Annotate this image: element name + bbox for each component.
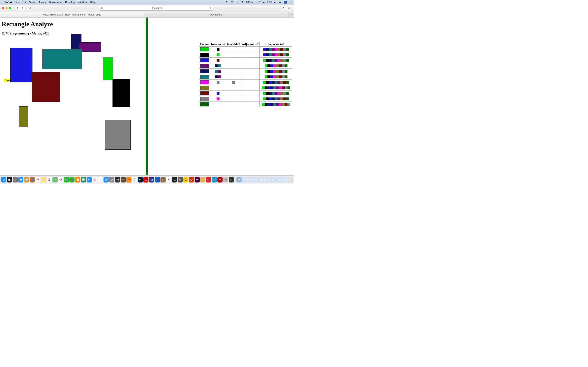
minimize-window-button[interactable] bbox=[5, 7, 8, 9]
pane-divider[interactable] bbox=[146, 17, 148, 175]
menu-develop[interactable]: Develop bbox=[65, 1, 75, 4]
rectangle-teal[interactable] bbox=[43, 49, 82, 69]
dock-fontbook-icon[interactable]: F bbox=[229, 177, 234, 183]
dock-dashboard-icon[interactable]: ◴ bbox=[115, 177, 120, 183]
menubar-clock[interactable]: Thu 12:52 pm bbox=[260, 1, 277, 4]
dock-filezilla-icon[interactable]: Fz bbox=[217, 177, 223, 183]
menu-window[interactable]: Window bbox=[78, 1, 87, 4]
battery-charging-icon[interactable] bbox=[255, 1, 258, 4]
dock-mamp-icon[interactable]: 🐘 bbox=[178, 177, 183, 183]
dock-siri-icon[interactable]: ◉ bbox=[7, 177, 12, 183]
dock-keynote-icon[interactable]: 📽 bbox=[86, 177, 92, 183]
dock-photoshop-icon[interactable]: Ps bbox=[138, 177, 143, 183]
dock-office-icon[interactable]: O bbox=[189, 177, 194, 183]
dock-finder-icon[interactable]: ☺ bbox=[1, 177, 6, 183]
dock-notes-icon[interactable]: 📝 bbox=[41, 177, 46, 183]
dock-mail-icon[interactable]: ✉ bbox=[24, 177, 29, 183]
dock-doc3-icon[interactable]: ▭ bbox=[254, 177, 259, 183]
swatch-teal bbox=[269, 48, 272, 51]
dock-chrome-icon[interactable]: ◯ bbox=[132, 177, 137, 183]
dock-paintbrush-icon[interactable]: 🖌 bbox=[166, 177, 171, 183]
dock-doc4-icon[interactable]: ▭ bbox=[259, 177, 264, 183]
dock-contacts-icon[interactable]: 👤 bbox=[30, 177, 35, 183]
dock-doc6-icon[interactable]: ▭ bbox=[270, 177, 276, 183]
rectangle-olive[interactable] bbox=[19, 106, 28, 127]
dock-numbers-icon[interactable]: 📊 bbox=[81, 177, 86, 183]
dock-noentry-icon[interactable]: 🚫 bbox=[92, 177, 97, 183]
menu-bookmarks[interactable]: Bookmarks bbox=[49, 1, 62, 4]
address-bar[interactable]: ⊕ localhost ⟳ bbox=[99, 6, 213, 11]
siri-icon[interactable] bbox=[284, 1, 287, 4]
rectangle-lime[interactable] bbox=[103, 58, 113, 80]
add-page-icon[interactable]: ⊕ bbox=[100, 7, 103, 10]
dock-atom-icon[interactable]: ⚛ bbox=[121, 177, 126, 183]
dock-folder1-icon[interactable]: 📁 bbox=[236, 177, 242, 183]
dock-opera-icon[interactable]: O bbox=[143, 177, 148, 183]
cell-colour bbox=[199, 69, 210, 74]
dock-itunes-icon[interactable]: 🎵 bbox=[98, 177, 103, 183]
swatch-purple bbox=[276, 103, 279, 106]
forward-button[interactable] bbox=[20, 6, 25, 10]
cell-separate bbox=[260, 58, 292, 63]
dock-messages-icon[interactable]: 💬 bbox=[64, 177, 69, 183]
bluetooth-icon[interactable]: ᛒ bbox=[235, 1, 239, 4]
dock-appstore-icon[interactable]: Ⓐ bbox=[104, 177, 109, 183]
menu-help[interactable]: Help bbox=[90, 1, 95, 4]
dock-maps-icon[interactable]: 🗺 bbox=[52, 177, 58, 183]
dock-teamviewer-icon[interactable]: ⇄ bbox=[155, 177, 160, 183]
dock-doc2-icon[interactable]: ▭ bbox=[248, 177, 253, 183]
dock-malwarebytes-icon[interactable]: M bbox=[149, 177, 154, 183]
app-name[interactable]: Safari bbox=[4, 1, 12, 4]
back-button[interactable] bbox=[15, 6, 20, 10]
dock-gimp-icon[interactable]: 🦊 bbox=[160, 177, 165, 183]
dock-flipboard-icon[interactable]: F bbox=[206, 177, 211, 183]
menu-history[interactable]: History bbox=[38, 1, 46, 4]
dock-audacity-icon[interactable]: 🎧 bbox=[183, 177, 189, 183]
dock-handbrake-icon[interactable]: 🍹 bbox=[200, 177, 205, 183]
menu-edit[interactable]: Edit bbox=[22, 1, 26, 4]
dock-pages-icon[interactable]: 📄 bbox=[75, 177, 80, 183]
dock-safari-icon[interactable]: 🧭 bbox=[18, 177, 24, 183]
tab-rectangle-analyze[interactable]: Rectangle Analyze - RJM Programming - Ma… bbox=[0, 12, 144, 17]
dock-trash-icon[interactable]: 🗑 bbox=[288, 177, 293, 183]
dock-doc7-icon[interactable]: ▭ bbox=[276, 177, 281, 183]
dock-terminal-icon[interactable]: >_ bbox=[172, 177, 177, 183]
cell-adjacent bbox=[241, 85, 259, 91]
dock-automator-icon[interactable]: 🤖 bbox=[223, 177, 228, 183]
menu-file[interactable]: File bbox=[15, 1, 19, 4]
dock-doc1-icon[interactable]: ▭ bbox=[242, 177, 247, 183]
safari-tabbar: Rectangle Analyze - RJM Programming - Ma… bbox=[0, 12, 294, 17]
menu-view[interactable]: View bbox=[29, 1, 35, 4]
dock-systemprefs-icon[interactable]: ⚙ bbox=[109, 177, 114, 183]
dock-launchpad-icon[interactable]: 🚀 bbox=[13, 177, 18, 183]
zoom-window-button[interactable] bbox=[9, 7, 11, 9]
share-button[interactable] bbox=[281, 6, 286, 10]
rectangle-maroon[interactable] bbox=[32, 72, 60, 102]
rectangle-gray[interactable] bbox=[105, 120, 131, 150]
tab-favourites[interactable]: Favourites bbox=[144, 12, 288, 17]
dock-xd-icon[interactable]: Xd bbox=[195, 177, 200, 183]
reload-icon[interactable]: ⟳ bbox=[210, 7, 212, 9]
rectangle-purple[interactable] bbox=[79, 42, 101, 52]
sidebar-toggle-button[interactable] bbox=[26, 6, 32, 10]
dock-calendar-icon[interactable]: 12 bbox=[35, 177, 40, 183]
dock-firefox-icon[interactable]: 🦊 bbox=[126, 177, 131, 183]
rectangle-blue[interactable] bbox=[10, 48, 33, 82]
dock-doc5-icon[interactable]: ▭ bbox=[265, 177, 270, 183]
cell-separate bbox=[260, 74, 292, 80]
display-icon[interactable]: ▢ bbox=[230, 1, 233, 4]
spotlight-icon[interactable] bbox=[278, 0, 282, 4]
dock-photos-icon[interactable]: ✿ bbox=[58, 177, 63, 183]
dock-facetime-icon[interactable]: 📹 bbox=[69, 177, 75, 183]
close-window-button[interactable] bbox=[2, 7, 4, 9]
new-tab-button[interactable]: ＋ bbox=[288, 12, 294, 17]
tab-overview-button[interactable] bbox=[287, 6, 292, 10]
puzzle-icon[interactable]: ✦ bbox=[219, 1, 223, 4]
malware-icon[interactable]: ᛗ bbox=[225, 1, 228, 4]
dock-screenflow-icon[interactable]: ▢ bbox=[212, 177, 217, 183]
wifi-icon[interactable] bbox=[241, 1, 244, 4]
rectangle-black[interactable] bbox=[112, 79, 130, 107]
dock-doc8-icon[interactable]: ▭ bbox=[282, 177, 287, 183]
dock-reminders-icon[interactable]: ☑ bbox=[47, 177, 52, 183]
notification-center-icon[interactable]: ☰ bbox=[289, 1, 292, 4]
